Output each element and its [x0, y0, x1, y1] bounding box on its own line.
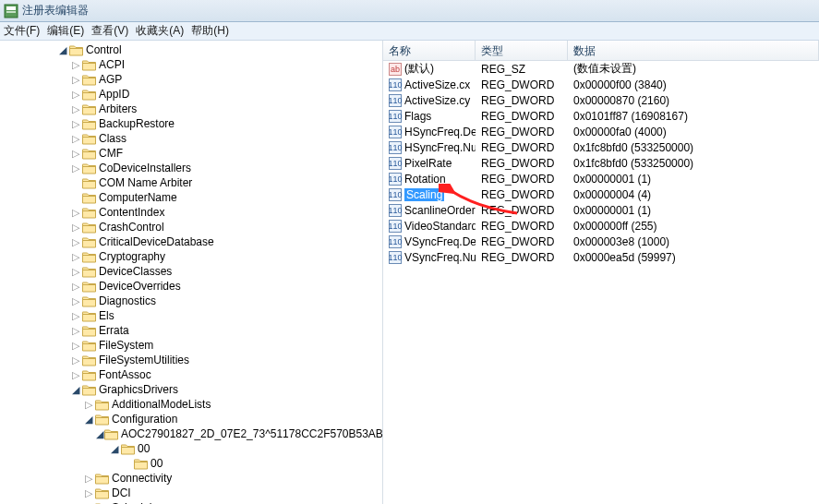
tree-item-deviceclasses[interactable]: ▷DeviceClasses — [4, 264, 382, 279]
folder-icon — [82, 310, 96, 322]
value-row-videostandard[interactable]: 110VideoStandardREG_DWORD0x000000ff (255… — [383, 218, 819, 234]
expand-icon[interactable]: ▷ — [70, 133, 81, 145]
binary-value-icon: 110 — [389, 94, 402, 107]
expand-icon[interactable]: ▷ — [70, 74, 81, 86]
tree-item-computername[interactable]: ComputerName — [4, 190, 382, 205]
tree-item-cryptography[interactable]: ▷Cryptography — [4, 249, 382, 264]
value-name: ScanlineOrdering — [404, 204, 476, 217]
col-data[interactable]: 数据 — [568, 41, 819, 60]
expand-icon[interactable]: ▷ — [70, 222, 81, 234]
tree-item-backuprestore[interactable]: ▷BackupRestore — [4, 116, 382, 131]
value-row-vsyncfreq-nu-[interactable]: 110VSyncFreq.Nu...REG_DWORD0x0000ea5d (5… — [383, 249, 819, 265]
value-row-activesize-cy[interactable]: 110ActiveSize.cyREG_DWORD0x00000870 (216… — [383, 92, 819, 108]
value-row-pixelrate[interactable]: 110PixelRateREG_DWORD0x1fc8bfd0 (5332500… — [383, 155, 819, 171]
expand-icon[interactable]: ▷ — [83, 473, 94, 485]
expand-icon[interactable]: ▷ — [70, 148, 81, 160]
col-name[interactable]: 名称 — [383, 41, 476, 60]
tree-item-com-name-arbiter[interactable]: COM Name Arbiter — [4, 175, 382, 190]
expand-icon[interactable]: ▷ — [70, 310, 81, 322]
tree-item-appid[interactable]: ▷AppID — [4, 87, 382, 102]
folder-icon — [82, 266, 96, 278]
expand-icon[interactable]: ▷ — [83, 487, 94, 499]
expand-icon[interactable]: ▷ — [70, 340, 81, 352]
tree-item-filesystem[interactable]: ▷FileSystem — [4, 338, 382, 353]
expand-icon[interactable]: ▷ — [70, 281, 81, 293]
tree-item-errata[interactable]: ▷Errata — [4, 323, 382, 338]
expand-icon[interactable]: ▷ — [70, 251, 81, 263]
tree-item-els[interactable]: ▷Els — [4, 308, 382, 323]
tree-item-deviceoverrides[interactable]: ▷DeviceOverrides — [4, 279, 382, 294]
menu-edit[interactable]: 编辑(E) — [47, 23, 84, 39]
value-row-rotation[interactable]: 110RotationREG_DWORD0x00000001 (1) — [383, 171, 819, 186]
menu-bar: 文件(F) 编辑(E) 查看(V) 收藏夹(A) 帮助(H) — [0, 22, 819, 41]
title-bar[interactable]: 注册表编辑器 — [0, 0, 819, 22]
value-list: 名称 类型 数据 ab(默认)REG_SZ(数值未设置)110ActiveSiz… — [383, 41, 819, 504]
key-tree[interactable]: ◢Control▷ACPI▷AGP▷AppID▷Arbiters▷BackupR… — [0, 41, 383, 504]
expand-icon[interactable]: ▷ — [70, 59, 81, 71]
value-row-flags[interactable]: 110FlagsREG_DWORD0x0101ff87 (16908167) — [383, 108, 819, 124]
tree-item-filesystemutilities[interactable]: ▷FileSystemUtilities — [4, 353, 382, 367]
expand-icon[interactable]: ▷ — [70, 162, 81, 174]
expand-icon[interactable]: ▷ — [70, 118, 81, 130]
expand-icon[interactable]: ▷ — [70, 354, 81, 366]
folder-icon — [82, 103, 96, 115]
tree-item-arbiters[interactable]: ▷Arbiters — [4, 102, 382, 116]
tree-item-codeviceinstallers[interactable]: ▷CoDeviceInstallers — [4, 161, 382, 175]
value-row--[interactable]: ab(默认)REG_SZ(数值未设置) — [383, 61, 819, 77]
expand-icon[interactable]: ▷ — [70, 103, 81, 115]
expand-icon[interactable]: ▷ — [70, 89, 81, 101]
menu-file[interactable]: 文件(F) — [4, 23, 40, 39]
binary-value-icon: 110 — [389, 220, 402, 233]
expand-icon[interactable]: ▷ — [70, 369, 81, 381]
expand-icon[interactable]: ▷ — [70, 207, 81, 219]
tree-item-control[interactable]: ◢Control — [4, 42, 382, 57]
tree-item-dci[interactable]: ▷DCI — [4, 486, 382, 500]
value-name: VideoStandard — [404, 220, 476, 233]
menu-favorites[interactable]: 收藏夹(A) — [136, 23, 184, 39]
expand-icon[interactable]: ▷ — [70, 236, 81, 248]
tree-item-00[interactable]: 00 — [4, 456, 382, 471]
value-row-vsyncfreq-den-[interactable]: 110VSyncFreq.Den...REG_DWORD0x000003e8 (… — [383, 234, 819, 249]
tree-item-cmf[interactable]: ▷CMF — [4, 146, 382, 161]
tree-item-configuration[interactable]: ◢Configuration — [4, 412, 382, 426]
value-row-hsyncfreq-nu-[interactable]: 110HSyncFreq.Nu...REG_DWORD0x1fc8bfd0 (5… — [383, 139, 819, 155]
tree-item-fontassoc[interactable]: ▷FontAssoc — [4, 367, 382, 382]
collapse-icon[interactable]: ◢ — [109, 443, 120, 455]
tree-item-aoc27901827-2d-07e2-73-51178[interactable]: ◢AOC27901827_2D_07E2_73^51178CC2F570B53A… — [4, 426, 382, 441]
value-data: (数值未设置) — [568, 61, 819, 77]
value-row-scanlineordering[interactable]: 110ScanlineOrderingREG_DWORD0x00000001 (… — [383, 202, 819, 218]
tree-item-crashcontrol[interactable]: ▷CrashControl — [4, 220, 382, 234]
expand-icon[interactable]: ▷ — [83, 399, 94, 411]
value-row-scaling[interactable]: 110ScalingREG_DWORD0x00000004 (4) — [383, 186, 819, 202]
value-row-activesize-cx[interactable]: 110ActiveSize.cxREG_DWORD0x00000f00 (384… — [383, 77, 819, 92]
tree-item-additionalmodelists[interactable]: ▷AdditionalModeLists — [4, 397, 382, 412]
tree-item-diagnostics[interactable]: ▷Diagnostics — [4, 294, 382, 308]
tree-item-graphicsdrivers[interactable]: ◢GraphicsDrivers — [4, 382, 382, 397]
tree-item-acpi[interactable]: ▷ACPI — [4, 57, 382, 72]
col-type[interactable]: 类型 — [476, 41, 568, 60]
collapse-icon[interactable]: ◢ — [57, 44, 68, 56]
value-row-hsyncfreq-den-[interactable]: 110HSyncFreq.Den...REG_DWORD0x00000fa0 (… — [383, 124, 819, 139]
menu-help[interactable]: 帮助(H) — [191, 23, 229, 39]
expand-icon[interactable]: ▷ — [70, 325, 81, 337]
collapse-icon[interactable]: ◢ — [70, 384, 81, 396]
expand-icon[interactable]: ▷ — [70, 295, 81, 307]
tree-item-scheduler[interactable]: ▷Scheduler — [4, 500, 382, 504]
tree-label: AdditionalModeLists — [112, 398, 211, 411]
menu-view[interactable]: 查看(V) — [91, 23, 128, 39]
folder-icon — [82, 162, 96, 174]
tree-label: COM Name Arbiter — [99, 176, 192, 189]
value-name: HSyncFreq.Den... — [404, 126, 476, 138]
tree-item-class[interactable]: ▷Class — [4, 131, 382, 146]
collapse-icon[interactable]: ◢ — [83, 414, 94, 426]
tree-item-agp[interactable]: ▷AGP — [4, 72, 382, 87]
tree-item-criticaldevicedatabase[interactable]: ▷CriticalDeviceDatabase — [4, 234, 382, 249]
value-data: 0x00000001 (1) — [568, 173, 819, 186]
folder-icon — [95, 487, 109, 499]
expand-icon[interactable]: ▷ — [70, 266, 81, 278]
tree-item-00[interactable]: ◢00 — [4, 441, 382, 456]
collapse-icon[interactable]: ◢ — [96, 428, 103, 440]
value-type: REG_DWORD — [476, 126, 568, 138]
tree-item-connectivity[interactable]: ▷Connectivity — [4, 471, 382, 486]
tree-item-contentindex[interactable]: ▷ContentIndex — [4, 205, 382, 220]
